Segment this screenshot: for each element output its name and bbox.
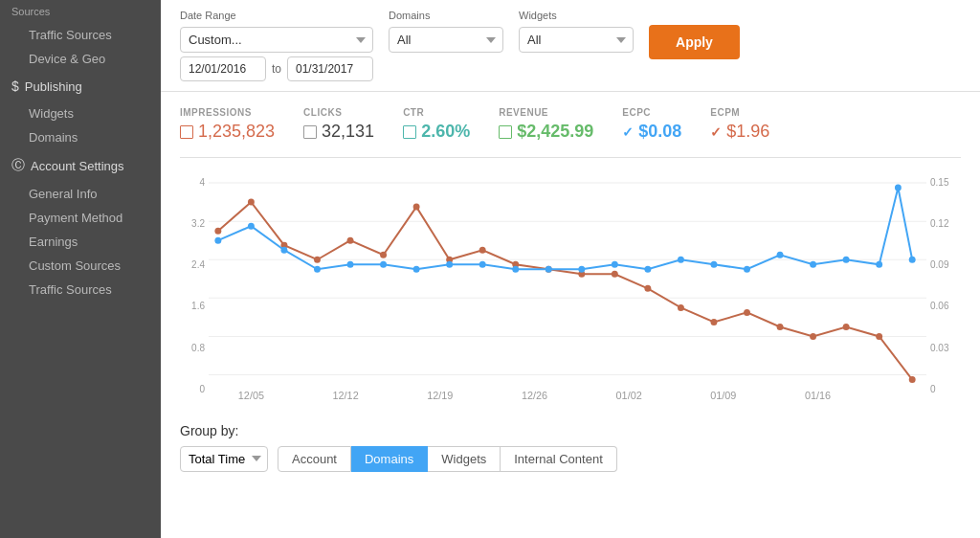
sidebar-item-device-geo[interactable]: Device & Geo [0, 47, 161, 71]
svg-point-43 [711, 261, 718, 268]
svg-text:01/16: 01/16 [805, 390, 831, 401]
svg-point-24 [810, 333, 816, 340]
svg-point-33 [380, 261, 387, 268]
svg-text:01/02: 01/02 [616, 390, 642, 401]
y-right-0: 0 [930, 384, 961, 394]
widgets-group: Widgets All [519, 10, 634, 53]
svg-point-20 [678, 304, 684, 311]
metric-ctr-label: CTR [403, 107, 470, 118]
metric-clicks-label: CLICKS [303, 107, 374, 118]
y-axis-left: 4 3.2 2.4 1.6 0.8 0 [180, 173, 209, 414]
metric-ecpm: eCPM ✓ $1.96 [710, 107, 769, 142]
clicks-icon [303, 125, 317, 139]
sidebar-item-custom-sources[interactable]: Custom Sources [0, 254, 161, 278]
svg-point-12 [413, 204, 420, 211]
metric-ecpm-label: eCPM [710, 107, 769, 118]
revenue-icon [499, 125, 512, 139]
svg-point-7 [248, 199, 255, 206]
svg-point-50 [909, 257, 916, 263]
svg-point-44 [744, 266, 750, 273]
metric-ctr: CTR 2.60% [403, 107, 470, 142]
metric-impressions: IMPRESSIONS 1,235,823 [180, 107, 275, 142]
chart-svg: 12/05 12/12 12/19 12/26 01/02 01/09 01/1… [209, 173, 926, 414]
chart-area: 12/05 12/12 12/19 12/26 01/02 01/09 01/1… [209, 173, 926, 414]
sidebar-item-payment[interactable]: Payment Method [0, 206, 161, 230]
tab-widgets[interactable]: Widgets [428, 446, 501, 472]
account-icon: Ⓒ [11, 157, 25, 174]
svg-point-34 [413, 266, 420, 273]
content-area: IMPRESSIONS 1,235,823 CLICKS 32,131 CTR … [161, 92, 980, 538]
domains-group: Domains All [389, 10, 503, 53]
svg-point-38 [546, 266, 552, 273]
metric-ctr-value: 2.60% [403, 122, 470, 142]
domains-label: Domains [389, 10, 503, 21]
time-select[interactable]: Total Time [180, 446, 268, 472]
svg-text:12/05: 12/05 [238, 390, 264, 401]
metric-revenue-label: REVENUE [499, 107, 593, 118]
widgets-select[interactable]: All [519, 27, 634, 53]
group-by-controls: Total Time Account Domains Widgets Inter… [180, 446, 961, 472]
svg-point-39 [578, 266, 585, 273]
metric-ecpc: eCPC ✓ $0.08 [622, 107, 681, 142]
svg-point-32 [347, 261, 354, 268]
ecpm-number: $1.96 [726, 122, 769, 142]
metric-revenue: REVENUE $2,425.99 [499, 107, 593, 142]
metric-impressions-value: 1,235,823 [180, 122, 275, 142]
apply-button[interactable]: Apply [649, 25, 740, 59]
domains-select[interactable]: All [389, 27, 503, 53]
svg-point-21 [711, 319, 718, 325]
ecpc-number: $0.08 [638, 122, 681, 142]
metric-ecpc-value: ✓ $0.08 [622, 122, 681, 142]
svg-point-10 [347, 237, 354, 244]
tab-internal-content[interactable]: Internal Content [501, 446, 617, 472]
svg-point-27 [909, 376, 916, 383]
y-left-24: 2.4 [180, 259, 205, 270]
metric-ecpm-value: ✓ $1.96 [710, 122, 769, 142]
date-from-input[interactable] [180, 56, 266, 81]
metric-clicks: CLICKS 32,131 [303, 107, 374, 142]
sidebar-account-header[interactable]: Ⓒ Account Settings [0, 149, 161, 182]
svg-point-42 [678, 257, 684, 263]
svg-point-49 [895, 185, 902, 191]
sidebar-item-widgets[interactable]: Widgets [0, 101, 161, 125]
ecpm-check-icon: ✓ [710, 124, 722, 140]
svg-point-26 [876, 333, 882, 340]
tab-account[interactable]: Account [278, 446, 351, 472]
metric-impressions-label: IMPRESSIONS [180, 107, 275, 118]
date-range-label: Date Range [180, 10, 373, 21]
tab-domains[interactable]: Domains [351, 446, 428, 472]
svg-point-22 [744, 309, 750, 316]
svg-point-48 [876, 261, 882, 268]
sidebar-item-general-info[interactable]: General Info [0, 182, 161, 206]
date-to-input[interactable] [287, 56, 373, 81]
svg-point-30 [280, 247, 287, 254]
svg-point-23 [777, 324, 784, 330]
svg-text:12/19: 12/19 [427, 390, 453, 401]
group-by-label: Group by: [180, 423, 961, 438]
svg-text:01/09: 01/09 [710, 390, 736, 401]
y-right-012: 0.12 [930, 218, 961, 229]
svg-point-40 [612, 261, 618, 268]
revenue-number: $2,425.99 [517, 122, 593, 142]
sidebar-item-domains[interactable]: Domains [0, 125, 161, 149]
sidebar-item-traffic-sources[interactable]: Traffic Sources [0, 23, 161, 47]
sidebar-item-earnings[interactable]: Earnings [0, 230, 161, 254]
ctr-icon [403, 125, 416, 139]
sidebar-publishing-label: Publishing [25, 79, 82, 94]
sidebar-item-traffic-sources-account[interactable]: Traffic Sources [0, 278, 161, 302]
sidebar-publishing-header[interactable]: $ Publishing [0, 71, 161, 101]
sidebar: Sources Traffic Sources Device & Geo $ P… [0, 0, 161, 538]
svg-point-47 [843, 257, 850, 263]
svg-point-35 [446, 261, 453, 268]
y-left-4: 4 [180, 177, 205, 188]
toolbar: Date Range Custom... to Domains All Widg… [161, 0, 980, 92]
svg-text:12/12: 12/12 [333, 390, 359, 401]
y-right-009: 0.09 [930, 259, 961, 270]
date-range-select[interactable]: Custom... [180, 27, 373, 53]
clicks-number: 32,131 [322, 122, 374, 142]
group-by-section: Group by: Total Time Account Domains Wid… [180, 423, 961, 472]
ctr-number: 2.60% [421, 122, 470, 142]
svg-point-29 [248, 223, 255, 230]
to-label: to [272, 62, 281, 76]
dollar-icon: $ [11, 78, 19, 94]
